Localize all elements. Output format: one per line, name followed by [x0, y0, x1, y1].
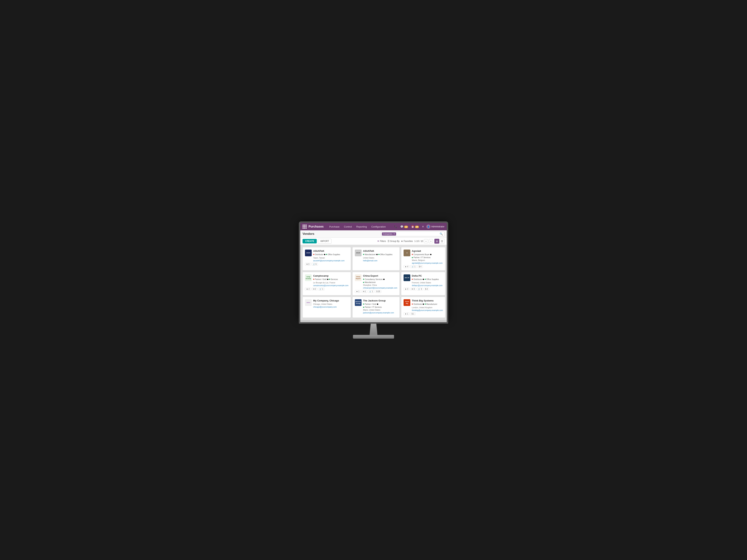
- vendor-logo: Jackson Group: [355, 299, 362, 306]
- vendor-email: deltapc@yourcompany.example.com: [412, 285, 443, 287]
- vendor-email: thinkbig@yourcompany.example.com: [412, 309, 443, 311]
- vendor-email: jackson@yourcompany.example.com: [363, 312, 397, 314]
- nav-purchase[interactable]: Purchase: [327, 224, 341, 229]
- vendor-tags: Partner / Gold ● Services: [313, 277, 349, 281]
- vendor-logo: Think Big: [404, 299, 410, 306]
- groupby-button[interactable]: ☰ Group By: [387, 240, 400, 242]
- favorites-label: Favorites: [404, 240, 413, 242]
- nav-configuration[interactable]: Configuration: [369, 224, 387, 229]
- create-button[interactable]: CREATE: [303, 239, 317, 243]
- kanban-view-button[interactable]: ⊞: [434, 239, 439, 244]
- user-avatar: 👤: [426, 224, 431, 229]
- filter-tag-companies[interactable]: Companies ✕: [382, 232, 396, 236]
- stand-base: [353, 335, 394, 339]
- vendor-tags: Components Buyer ● Partner / IT Services: [412, 253, 443, 259]
- app-grid-icon[interactable]: [303, 224, 307, 229]
- next-page-button[interactable]: ›: [429, 239, 433, 243]
- search-input[interactable]: [397, 232, 438, 236]
- vendor-card[interactable]: ASUS ASUSTeK Manufacturer ● Office Suppl…: [353, 247, 400, 270]
- vendor-address: Taipei, Taiwan: [313, 257, 349, 259]
- groupby-icon: ☰: [387, 240, 390, 242]
- card-info: Camptocamp Partner / Gold ● Services Le …: [313, 274, 349, 287]
- favorites-button[interactable]: ★ Favorites: [401, 240, 413, 242]
- app-brand[interactable]: Purchases: [309, 225, 324, 228]
- vendor-card[interactable]: Jackson Group The Jackson Group Partner …: [353, 297, 400, 318]
- messages-icon[interactable]: 💬 12: [400, 225, 409, 229]
- vendor-name: My Company, Chicago: [313, 299, 349, 302]
- activities-icon[interactable]: ⏰ 34: [410, 225, 420, 229]
- navbar: Purchases Purchase Control Reporting Con…: [300, 223, 447, 230]
- page-title: Vendors: [303, 232, 314, 236]
- filter-label: Filters: [380, 240, 386, 242]
- vendor-card[interactable]: odoo My Company, Chicago Chicago, United…: [303, 297, 351, 318]
- list-view-button[interactable]: ☰: [440, 239, 444, 244]
- vendor-card[interactable]: camp tocamp Camptocamp Partner / Gold ● …: [303, 272, 351, 295]
- filter-tag-label: Companies: [383, 233, 392, 235]
- card-badges: ★1 $1: [404, 313, 443, 315]
- vendor-logo: China Export: [355, 274, 362, 281]
- badge: $4: [417, 265, 422, 268]
- monitor-wrapper: Purchases Purchase Control Reporting Con…: [297, 221, 450, 339]
- action-bar: CREATE IMPORT ▼ Filters ☰ Group By ★ Fav…: [300, 238, 447, 245]
- vendor-address: Le Bourget du Lac, France: [313, 282, 349, 284]
- vendor-card[interactable]: A Agrolait Components Buyer ● Partner / …: [401, 247, 445, 270]
- badge: ★1: [404, 313, 410, 315]
- import-button[interactable]: IMPORT: [318, 239, 331, 244]
- monitor-chin: [299, 320, 448, 324]
- vendor-name: Agrolait: [412, 249, 443, 252]
- badge: 🛒1: [318, 288, 325, 290]
- card-info: ASUSTeK Manufacturer ● Office Supplies U…: [363, 249, 397, 262]
- prev-page-button[interactable]: ‹: [424, 239, 428, 243]
- vendor-card[interactable]: ASUS ASUSTeK Distributor ● Office Suppli…: [303, 247, 351, 270]
- vendor-name: China Export: [363, 274, 397, 277]
- vendor-tags: Manufacturer ● Office Supplies: [363, 253, 397, 256]
- badge: 🛒1: [368, 290, 375, 293]
- vendor-address: United States: [363, 257, 397, 259]
- vendor-tags: Partner / Gold ● Partner / IT Services: [363, 302, 397, 308]
- vendor-address: London, United Kingdom: [412, 306, 443, 309]
- card-header: China Export China Export Consultancy Se…: [355, 274, 397, 289]
- vendor-name: ASUSTeK: [313, 249, 349, 252]
- card-info: My Company, Chicago Chicago, United Stat…: [313, 299, 349, 308]
- vendor-tags: Consultancy Services ● Manufacturer: [363, 277, 397, 283]
- search-button[interactable]: 🔍: [438, 232, 444, 236]
- badge: ★1: [355, 290, 361, 293]
- card-header: Think Big Think Big Systems Distributor …: [404, 299, 443, 311]
- navbar-menu: Purchase Control Reporting Configuration: [327, 224, 393, 229]
- vendor-logo: camp tocamp: [305, 274, 312, 281]
- badge: 🛒1: [410, 265, 417, 268]
- user-name: Administrator: [431, 225, 444, 228]
- vendor-address: Fremont, United States: [412, 282, 443, 284]
- vendor-name: ASUSTeK: [363, 249, 397, 252]
- view-toggle: ⊞ ☰: [434, 239, 444, 244]
- vendor-address: Wavre, Belgium: [412, 259, 443, 262]
- vendor-card[interactable]: China Export China Export Consultancy Se…: [353, 272, 400, 295]
- badge: ★3: [404, 288, 410, 290]
- pagination-range: 1-10 / 10: [414, 240, 423, 242]
- filters-button[interactable]: ▼ Filters: [377, 240, 386, 242]
- vendor-logo: odoo: [305, 299, 312, 306]
- card-header: odoo My Company, Chicago Chicago, United…: [305, 299, 349, 308]
- user-menu[interactable]: 👤 Administrator: [426, 224, 444, 229]
- card-info: China Export Consultancy Services ● Manu…: [363, 274, 397, 289]
- card-badges: ★3 ✉3 🛒3 $2: [404, 288, 443, 290]
- badge: ✉3: [410, 288, 416, 290]
- card-info: Delta PC Distributor ● Office Supplies F…: [412, 274, 443, 287]
- vendor-name: Camptocamp: [313, 274, 349, 277]
- card-info: ASUSTeK Distributor ● Office Supplies Ta…: [313, 249, 349, 262]
- vendor-address: Miami, United States: [363, 309, 397, 311]
- pagination: 1-10 / 10 ‹ ›: [414, 239, 433, 243]
- close-icon[interactable]: ✕: [421, 225, 425, 229]
- badge: $2: [424, 288, 429, 290]
- phone-icon[interactable]: 📞: [393, 225, 398, 229]
- vendor-card[interactable]: Think Big Think Big Systems Distributor …: [401, 297, 445, 318]
- card-badges: ★4 🛒1 $4: [404, 265, 443, 268]
- nav-reporting[interactable]: Reporting: [355, 224, 369, 229]
- groupby-label: Group By: [390, 240, 400, 242]
- vendor-card[interactable]: ΔELTA Delta PC Distributor ● Office Supp…: [401, 272, 445, 295]
- vendor-tags: Distributor ● Office Supplies: [412, 277, 443, 281]
- nav-control[interactable]: Control: [342, 224, 354, 229]
- filter-tag-remove[interactable]: ✕: [393, 233, 395, 235]
- vendor-email: camptocamp@yourcompany.example.com: [313, 285, 349, 287]
- vendor-tags: Distributor ● Office Supplies: [313, 253, 349, 256]
